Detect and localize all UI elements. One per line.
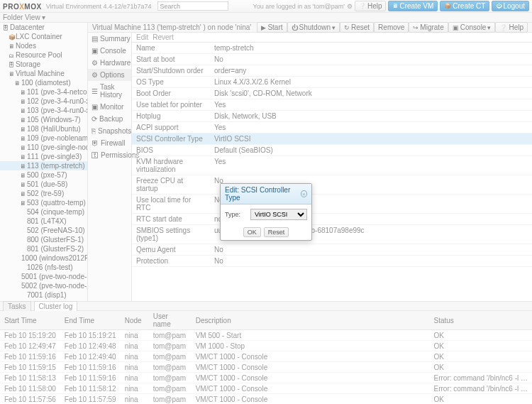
ok-button[interactable]: OK (243, 227, 261, 237)
dialog-title: Edit: SCSI Controller Type (225, 186, 301, 202)
type-select[interactable]: VirtIO SCSI (250, 209, 307, 220)
reset-dialog-button[interactable]: Reset (264, 227, 289, 237)
close-icon[interactable]: × (301, 190, 307, 197)
edit-scsi-dialog: Edit: SCSI Controller Type × Type: VirtI… (220, 183, 312, 241)
type-label: Type: (225, 211, 246, 218)
